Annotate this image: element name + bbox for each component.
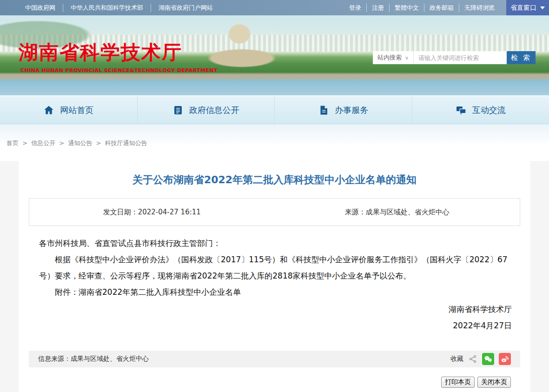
search-scope-label: 站内搜索 [377, 53, 402, 62]
nav-item-services[interactable]: 办事服务 [274, 96, 412, 124]
favorite-button[interactable]: 收藏 [450, 355, 463, 363]
gov-mail-link[interactable]: 政务邮箱 [424, 4, 459, 12]
accessibility-link[interactable]: 无障碍浏览 [459, 4, 500, 12]
chevron-down-icon [540, 7, 545, 9]
register-link[interactable]: 注册 [366, 4, 389, 12]
breadcrumb-separator: > [59, 140, 64, 146]
breadcrumb-home[interactable]: 首页 [7, 140, 19, 146]
page-actions: 打印本页 关闭本页 [29, 377, 511, 388]
article-card: 关于公布湖南省2022年第二批入库科技型中小企业名单的通知 发文日期：2022-… [19, 161, 530, 392]
link-hunan-portal[interactable]: 湖南省政府门户网站 [151, 4, 220, 12]
info-source-label: 信息来源： [38, 355, 71, 362]
info-source-bar: 信息来源：成果与区域处、省火炬中心 收藏 [29, 351, 520, 367]
print-page-button[interactable]: 打印本页 [441, 377, 475, 388]
site-logo-subtitle: CHINA HUNAN PROVINCIAL SCIENCE&TECHNOLOG… [20, 67, 218, 73]
nav-item-label: 网站首页 [60, 105, 93, 116]
publish-date-cell: 发文日期：2022-04-27 16:11 [29, 208, 275, 217]
nav-item-label: 办事服务 [335, 105, 368, 116]
chevron-down-icon: ∨ [405, 55, 409, 61]
close-page-button[interactable]: 关闭本页 [477, 377, 511, 388]
link-most[interactable]: 中华人民共和国科学技术部 [63, 4, 151, 12]
article-meta-box: 发文日期：2022-04-27 16:11 来源：成果与区域处、省火炬中心 [29, 198, 520, 226]
publish-date-label: 发文日期： [103, 208, 138, 216]
topbar-right-group: 登录 注册 繁體中文 政务邮箱 无障碍浏览 省直窗口 [344, 0, 549, 15]
sign-date: 2022年4月27日 [29, 318, 512, 334]
main-navigation: 网站首页 政府信息公开 办事服务 互动交流 [0, 95, 549, 124]
main-content-area: 关于公布湖南省2022年第二批入库科技型中小企业名单的通知 发文日期：2022-… [0, 161, 549, 392]
breadcrumb-current: 科技厅通知公告 [105, 140, 147, 146]
home-icon [43, 105, 54, 116]
info-doc-icon [172, 105, 184, 116]
publish-date-value: 2022-04-27 16:11 [138, 208, 201, 216]
link-china-gov[interactable]: 中国政府网 [18, 4, 63, 12]
provincial-windows-dropdown[interactable]: 省直窗口 [506, 0, 549, 15]
site-search: 站内搜索 ∨ 检 索 [373, 51, 536, 64]
source-label: 来源： [345, 208, 366, 216]
breadcrumb-separator: > [22, 140, 27, 146]
search-input[interactable] [414, 51, 507, 64]
search-scope-select[interactable]: 站内搜索 ∨ [373, 51, 414, 64]
source-value: 成果与区域处、省火炬中心 [366, 208, 450, 216]
topbar-left-links: 中国政府网 中华人民共和国科学技术部 湖南省政府门户网站 [0, 0, 220, 15]
info-source-text: 信息来源：成果与区域处、省火炬中心 [38, 355, 149, 363]
nav-item-home[interactable]: 网站首页 [0, 96, 137, 124]
nav-item-label: 互动交流 [472, 105, 506, 116]
info-source-value: 成果与区域处、省火炬中心 [71, 355, 149, 362]
share-group: 收藏 [450, 353, 511, 365]
topbar-right-links: 登录 注册 繁體中文 政务邮箱 无障碍浏览 [344, 0, 500, 15]
nav-item-interaction[interactable]: 互动交流 [412, 96, 549, 124]
breadcrumb-separator: > [96, 140, 101, 146]
top-utility-bar: 中国政府网 中华人民共和国科学技术部 湖南省政府门户网站 登录 注册 繁體中文 … [0, 0, 549, 15]
wechat-icon[interactable] [482, 353, 494, 365]
signature-block: 湖南省科学技术厅 2022年4月27日 [29, 301, 520, 334]
body-paragraph: 根据《科技型中小企业评价办法》（国科发政〔2017〕115号）和《科技型中小企业… [39, 252, 510, 284]
source-cell: 来源：成果与区域处、省火炬中心 [275, 208, 520, 217]
article-title: 关于公布湖南省2022年第二批入库科技型中小企业名单的通知 [29, 161, 520, 187]
attachment-link[interactable]: 附件：湖南省2022年第二批入库科技型中小企业名单 [39, 284, 510, 300]
breadcrumb-zone: 首页 > 信息公开 > 通知公告 > 科技厅通知公告 [0, 124, 549, 161]
site-logo-title: 湖南省科学技术厅 [19, 40, 182, 66]
search-button[interactable]: 检 索 [507, 51, 536, 64]
nav-item-gov-info[interactable]: 政府信息公开 [137, 96, 275, 124]
nav-item-label: 政府信息公开 [189, 105, 239, 116]
provincial-windows-label: 省直窗口 [510, 4, 536, 12]
banner-photo: 湖南省科学技术厅 CHINA HUNAN PROVINCIAL SCIENCE&… [0, 15, 549, 95]
signer-name: 湖南省科学技术厅 [29, 301, 512, 318]
breadcrumb-info-disclosure[interactable]: 信息公开 [31, 140, 55, 146]
login-link[interactable]: 登录 [344, 4, 366, 12]
salutation-paragraph: 各市州科技局、省直管试点县市科技行政主管部门： [39, 235, 510, 252]
traditional-chinese-link[interactable]: 繁體中文 [389, 4, 424, 12]
weibo-icon[interactable] [499, 353, 511, 365]
service-file-icon [318, 105, 329, 116]
chat-icon [456, 105, 467, 116]
share-icon[interactable] [468, 354, 477, 364]
breadcrumb-notices[interactable]: 通知公告 [68, 140, 92, 146]
article-body: 各市州科技局、省直管试点县市科技行政主管部门： 根据《科技型中小企业评价办法》（… [39, 235, 510, 300]
